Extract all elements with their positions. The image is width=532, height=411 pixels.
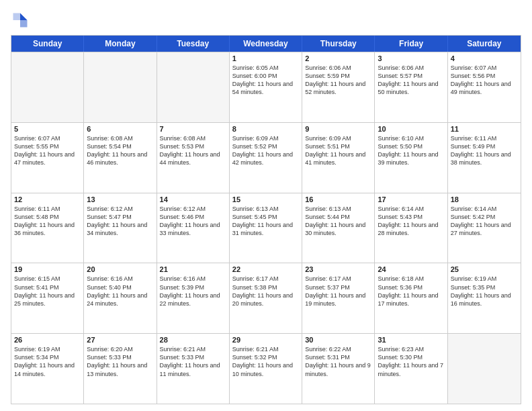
day-number: 17 <box>378 195 444 203</box>
cell-detail: Sunrise: 6:12 AM Sunset: 5:46 PM Dayligh… <box>160 205 226 238</box>
day-number: 24 <box>378 265 444 273</box>
day-number: 30 <box>305 336 371 344</box>
cell-detail: Sunrise: 6:19 AM Sunset: 5:34 PM Dayligh… <box>14 345 81 378</box>
calendar-row-0: 1Sunrise: 6:05 AM Sunset: 6:00 PM Daylig… <box>11 52 521 122</box>
cell-detail: Sunrise: 6:06 AM Sunset: 5:59 PM Dayligh… <box>305 64 371 97</box>
day-number: 25 <box>451 265 518 273</box>
empty-cell <box>84 52 157 122</box>
calendar-page: SundayMondayTuesdayWednesdayThursdayFrid… <box>0 0 532 411</box>
day-number: 11 <box>451 125 518 133</box>
cell-detail: Sunrise: 6:14 AM Sunset: 5:42 PM Dayligh… <box>451 205 518 238</box>
day-cell-5: 5Sunrise: 6:07 AM Sunset: 5:55 PM Daylig… <box>11 123 84 193</box>
cell-detail: Sunrise: 6:06 AM Sunset: 5:57 PM Dayligh… <box>378 64 444 97</box>
cell-detail: Sunrise: 6:14 AM Sunset: 5:43 PM Dayligh… <box>378 205 444 238</box>
cell-detail: Sunrise: 6:17 AM Sunset: 5:38 PM Dayligh… <box>232 275 299 308</box>
day-cell-3: 3Sunrise: 6:06 AM Sunset: 5:57 PM Daylig… <box>375 52 447 122</box>
header-cell-saturday: Saturday <box>448 36 521 52</box>
day-cell-7: 7Sunrise: 6:08 AM Sunset: 5:53 PM Daylig… <box>157 123 230 193</box>
day-number: 5 <box>14 125 81 133</box>
cell-detail: Sunrise: 6:12 AM Sunset: 5:47 PM Dayligh… <box>87 205 153 238</box>
day-number: 18 <box>451 195 518 203</box>
day-cell-20: 20Sunrise: 6:16 AM Sunset: 5:40 PM Dayli… <box>84 263 157 333</box>
day-number: 9 <box>305 125 371 133</box>
day-number: 1 <box>232 54 299 62</box>
day-number: 26 <box>14 336 81 344</box>
day-cell-25: 25Sunrise: 6:19 AM Sunset: 5:35 PM Dayli… <box>448 263 521 333</box>
day-number: 8 <box>232 125 299 133</box>
day-cell-22: 22Sunrise: 6:17 AM Sunset: 5:38 PM Dayli… <box>230 263 302 333</box>
svg-marker-0 <box>20 13 28 21</box>
cell-detail: Sunrise: 6:09 AM Sunset: 5:52 PM Dayligh… <box>232 134 299 167</box>
day-number: 31 <box>378 336 444 344</box>
day-number: 21 <box>160 265 226 273</box>
day-number: 3 <box>378 54 444 62</box>
header-cell-tuesday: Tuesday <box>157 36 230 52</box>
cell-detail: Sunrise: 6:07 AM Sunset: 5:56 PM Dayligh… <box>451 64 518 97</box>
empty-cell <box>157 52 230 122</box>
empty-cell <box>11 52 84 122</box>
cell-detail: Sunrise: 6:18 AM Sunset: 5:36 PM Dayligh… <box>378 275 444 308</box>
cell-detail: Sunrise: 6:21 AM Sunset: 5:33 PM Dayligh… <box>160 345 226 378</box>
day-cell-24: 24Sunrise: 6:18 AM Sunset: 5:36 PM Dayli… <box>375 263 447 333</box>
cell-detail: Sunrise: 6:19 AM Sunset: 5:35 PM Dayligh… <box>451 275 518 308</box>
day-cell-1: 1Sunrise: 6:05 AM Sunset: 6:00 PM Daylig… <box>230 52 302 122</box>
cell-detail: Sunrise: 6:08 AM Sunset: 5:54 PM Dayligh… <box>87 134 153 167</box>
day-cell-8: 8Sunrise: 6:09 AM Sunset: 5:52 PM Daylig… <box>230 123 302 193</box>
calendar-row-4: 26Sunrise: 6:19 AM Sunset: 5:34 PM Dayli… <box>11 333 521 404</box>
day-cell-23: 23Sunrise: 6:17 AM Sunset: 5:37 PM Dayli… <box>302 263 375 333</box>
day-number: 28 <box>160 336 226 344</box>
cell-detail: Sunrise: 6:10 AM Sunset: 5:50 PM Dayligh… <box>378 134 444 167</box>
calendar-row-2: 12Sunrise: 6:11 AM Sunset: 5:48 PM Dayli… <box>11 193 521 263</box>
cell-detail: Sunrise: 6:16 AM Sunset: 5:39 PM Dayligh… <box>160 275 226 308</box>
calendar-row-1: 5Sunrise: 6:07 AM Sunset: 5:55 PM Daylig… <box>11 122 521 193</box>
cell-detail: Sunrise: 6:13 AM Sunset: 5:44 PM Dayligh… <box>305 205 371 238</box>
day-number: 16 <box>305 195 371 203</box>
cell-detail: Sunrise: 6:23 AM Sunset: 5:30 PM Dayligh… <box>378 345 444 378</box>
svg-marker-2 <box>13 13 21 21</box>
header-cell-thursday: Thursday <box>302 36 375 52</box>
day-cell-28: 28Sunrise: 6:21 AM Sunset: 5:33 PM Dayli… <box>157 334 230 404</box>
day-cell-27: 27Sunrise: 6:20 AM Sunset: 5:33 PM Dayli… <box>84 334 157 404</box>
day-cell-9: 9Sunrise: 6:09 AM Sunset: 5:51 PM Daylig… <box>302 123 375 193</box>
day-number: 15 <box>232 195 299 203</box>
day-cell-4: 4Sunrise: 6:07 AM Sunset: 5:56 PM Daylig… <box>448 52 521 122</box>
day-number: 23 <box>305 265 371 273</box>
header-cell-wednesday: Wednesday <box>230 36 302 52</box>
day-cell-29: 29Sunrise: 6:21 AM Sunset: 5:32 PM Dayli… <box>230 334 302 404</box>
day-cell-17: 17Sunrise: 6:14 AM Sunset: 5:43 PM Dayli… <box>375 193 447 263</box>
day-cell-6: 6Sunrise: 6:08 AM Sunset: 5:54 PM Daylig… <box>84 123 157 193</box>
cell-detail: Sunrise: 6:08 AM Sunset: 5:53 PM Dayligh… <box>160 134 226 167</box>
day-number: 2 <box>305 54 371 62</box>
day-number: 20 <box>87 265 153 273</box>
day-number: 27 <box>87 336 153 344</box>
calendar: SundayMondayTuesdayWednesdayThursdayFrid… <box>11 35 521 404</box>
header <box>11 11 521 30</box>
cell-detail: Sunrise: 6:13 AM Sunset: 5:45 PM Dayligh… <box>232 205 299 238</box>
day-cell-30: 30Sunrise: 6:22 AM Sunset: 5:31 PM Dayli… <box>302 334 375 404</box>
day-cell-14: 14Sunrise: 6:12 AM Sunset: 5:46 PM Dayli… <box>157 193 230 263</box>
day-number: 13 <box>87 195 153 203</box>
day-cell-11: 11Sunrise: 6:11 AM Sunset: 5:49 PM Dayli… <box>448 123 521 193</box>
day-cell-16: 16Sunrise: 6:13 AM Sunset: 5:44 PM Dayli… <box>302 193 375 263</box>
cell-detail: Sunrise: 6:17 AM Sunset: 5:37 PM Dayligh… <box>305 275 371 308</box>
cell-detail: Sunrise: 6:16 AM Sunset: 5:40 PM Dayligh… <box>87 275 153 308</box>
cell-detail: Sunrise: 6:09 AM Sunset: 5:51 PM Dayligh… <box>305 134 371 167</box>
cell-detail: Sunrise: 6:05 AM Sunset: 6:00 PM Dayligh… <box>232 64 299 97</box>
day-number: 14 <box>160 195 226 203</box>
day-cell-13: 13Sunrise: 6:12 AM Sunset: 5:47 PM Dayli… <box>84 193 157 263</box>
day-cell-31: 31Sunrise: 6:23 AM Sunset: 5:30 PM Dayli… <box>375 334 447 404</box>
day-number: 4 <box>451 54 518 62</box>
calendar-header-row: SundayMondayTuesdayWednesdayThursdayFrid… <box>11 36 521 52</box>
cell-detail: Sunrise: 6:21 AM Sunset: 5:32 PM Dayligh… <box>232 345 299 378</box>
day-cell-2: 2Sunrise: 6:06 AM Sunset: 5:59 PM Daylig… <box>302 52 375 122</box>
calendar-row-3: 19Sunrise: 6:15 AM Sunset: 5:41 PM Dayli… <box>11 263 521 333</box>
calendar-body: 1Sunrise: 6:05 AM Sunset: 6:00 PM Daylig… <box>11 52 521 404</box>
day-number: 10 <box>378 125 444 133</box>
empty-cell <box>448 334 521 404</box>
day-number: 29 <box>232 336 299 344</box>
day-cell-10: 10Sunrise: 6:10 AM Sunset: 5:50 PM Dayli… <box>375 123 447 193</box>
header-cell-friday: Friday <box>375 36 447 52</box>
cell-detail: Sunrise: 6:20 AM Sunset: 5:33 PM Dayligh… <box>87 345 153 378</box>
day-cell-18: 18Sunrise: 6:14 AM Sunset: 5:42 PM Dayli… <box>448 193 521 263</box>
svg-marker-1 <box>20 20 28 28</box>
